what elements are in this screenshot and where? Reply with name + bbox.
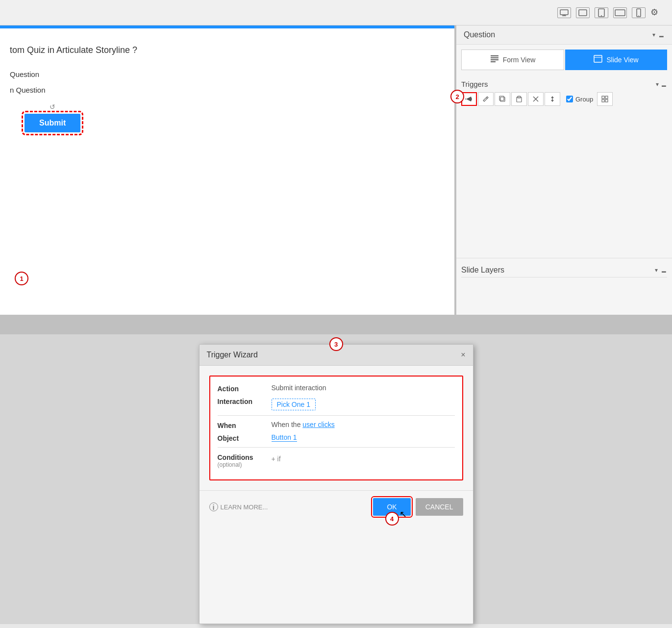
submit-button[interactable]: Submit (25, 114, 80, 132)
chevron-down-icon[interactable]: ▾ (652, 31, 655, 38)
form-view-button[interactable]: Form View (461, 50, 564, 70)
slide-layers-section: Slide Layers ▾ 🗕 (456, 258, 672, 282)
trigger-delete-button[interactable] (528, 92, 544, 106)
learn-more-link[interactable]: i LEARN MORE... (209, 502, 268, 511)
conditions-optional: (optional) (218, 461, 272, 468)
annotation-1: 1 (15, 272, 28, 285)
when-row: When When the user clicks (218, 421, 455, 429)
svg-rect-30 (602, 100, 604, 102)
interaction-label: Interaction (218, 397, 272, 405)
group-label: Group (575, 96, 593, 103)
form-view-label: Form View (503, 56, 536, 64)
view-buttons: Form View Slide View (461, 50, 667, 70)
when-value: When the user clicks (272, 421, 335, 428)
when-prefix: When the (272, 421, 303, 428)
form-view-icon (490, 55, 499, 65)
svg-rect-12 (491, 59, 498, 60)
trigger-edit-button[interactable] (478, 92, 494, 106)
ann2-wrapper: 2 (461, 92, 477, 106)
triggers-chevron-icon[interactable]: ▾ (656, 81, 659, 88)
action-value: Submit interaction (272, 384, 326, 392)
slide-view-label: Slide View (606, 56, 638, 64)
svg-rect-19 (500, 97, 505, 101)
slide-layers-header: Slide Layers ▾ 🗕 (461, 263, 667, 277)
interaction-row: Interaction Pick One 1 (218, 397, 455, 410)
rotate-handle: ↺ (50, 103, 55, 111)
learn-more-label: LEARN MORE... (221, 503, 268, 511)
dialog-backdrop: Trigger Wizard 3 × Action Submit interac… (0, 334, 672, 624)
svg-rect-10 (491, 55, 498, 56)
svg-rect-28 (602, 96, 604, 99)
tablet-icon[interactable] (595, 7, 608, 18)
object-value[interactable]: Button 1 (272, 433, 297, 442)
svg-rect-14 (594, 55, 602, 62)
landscape-icon[interactable] (613, 7, 627, 18)
group-checkbox[interactable] (566, 96, 573, 102)
action-row: Action Submit interaction (218, 384, 455, 393)
panel-header-icons: ▾ 🗕 (652, 31, 665, 39)
annotation-2: 2 (450, 90, 464, 103)
triggers-header: Triggers ▾ 🗕 (461, 80, 667, 88)
triggers-toolbar: 2 (461, 92, 667, 106)
phone-icon[interactable] (632, 7, 646, 18)
slide-view-button[interactable]: Slide View (565, 50, 667, 70)
cancel-button[interactable]: CANCEL (416, 498, 463, 516)
slide-canvas: tom Quiz in Articulate Storyline ? Quest… (0, 25, 456, 315)
triggers-pin-icon[interactable]: 🗕 (660, 80, 667, 88)
slide-content: tom Quiz in Articulate Storyline ? Quest… (0, 25, 454, 147)
svg-marker-27 (551, 100, 554, 102)
action-label: Action (218, 384, 272, 393)
dialog-footer: i LEARN MORE... OK ↖ 4 CANCEL (199, 490, 473, 523)
main-area: tom Quiz in Articulate Storyline ? Quest… (0, 25, 672, 315)
slide-layers-title: Slide Layers (461, 266, 504, 275)
gear-icon[interactable]: ⚙ (650, 7, 662, 19)
dialog-content-box: Action Submit interaction Interaction Pi… (209, 376, 463, 480)
svg-rect-31 (605, 100, 608, 102)
trigger-paste-button[interactable] (511, 92, 527, 106)
conditions-row: Conditions (optional) + if (218, 452, 455, 468)
dialog-header: Trigger Wizard 3 × (199, 345, 473, 366)
right-panel: Question ▾ 🗕 Form View Slide View (456, 25, 672, 315)
slide-title: tom Quiz in Articulate Storyline ? (10, 45, 445, 55)
object-row: Object Button 1 (218, 433, 455, 442)
svg-marker-26 (551, 96, 554, 98)
svg-marker-16 (466, 97, 472, 101)
when-label: When (218, 421, 272, 429)
interaction-value[interactable]: Pick One 1 (272, 399, 316, 410)
group-checkbox-area: Group (566, 92, 613, 106)
slide-layers-chevron-icon[interactable]: ▾ (655, 267, 658, 274)
trigger-move-button[interactable] (545, 92, 560, 106)
svg-point-9 (638, 15, 639, 16)
triggers-title: Triggers (461, 80, 488, 88)
footer-buttons: OK ↖ 4 CANCEL (373, 498, 463, 516)
info-icon: i (209, 502, 218, 511)
conditions-label-group: Conditions (optional) (218, 452, 272, 468)
annotation-3: 3 (329, 337, 343, 351)
slide-layers-icons: ▾ 🗕 (655, 266, 667, 274)
trigger-copy-button[interactable] (495, 92, 510, 106)
panel-header-controls: ▾ 🗕 (656, 80, 667, 88)
slide-view-icon (594, 55, 602, 65)
svg-rect-13 (491, 61, 496, 62)
user-clicks-link[interactable]: user clicks (302, 421, 334, 428)
plus-if[interactable]: + if (272, 452, 281, 465)
divider-2 (218, 447, 455, 448)
slide-label1: Question (10, 70, 445, 78)
trigger-grid-button[interactable] (597, 92, 613, 106)
trigger-wizard-dialog: Trigger Wizard 3 × Action Submit interac… (199, 344, 473, 624)
canvas-bottom-divider (0, 315, 672, 334)
dialog-title: Trigger Wizard (207, 351, 258, 359)
slide-layers-pin-icon[interactable]: 🗕 (660, 266, 667, 274)
slide-blue-bar (0, 25, 454, 28)
svg-rect-3 (579, 10, 587, 16)
monitor-icon[interactable] (557, 7, 571, 18)
dialog-close-button[interactable]: × (461, 351, 465, 359)
pin-icon[interactable]: 🗕 (658, 31, 665, 39)
top-toolbar: ⚙ (0, 0, 672, 25)
square-icon[interactable] (576, 7, 590, 18)
triggers-section: Triggers ▾ 🗕 2 (456, 75, 672, 111)
dialog-body: Action Submit interaction Interaction Pi… (199, 366, 473, 490)
question-panel-header: Question ▾ 🗕 (456, 25, 672, 45)
svg-rect-20 (499, 96, 504, 100)
svg-rect-29 (605, 96, 608, 99)
